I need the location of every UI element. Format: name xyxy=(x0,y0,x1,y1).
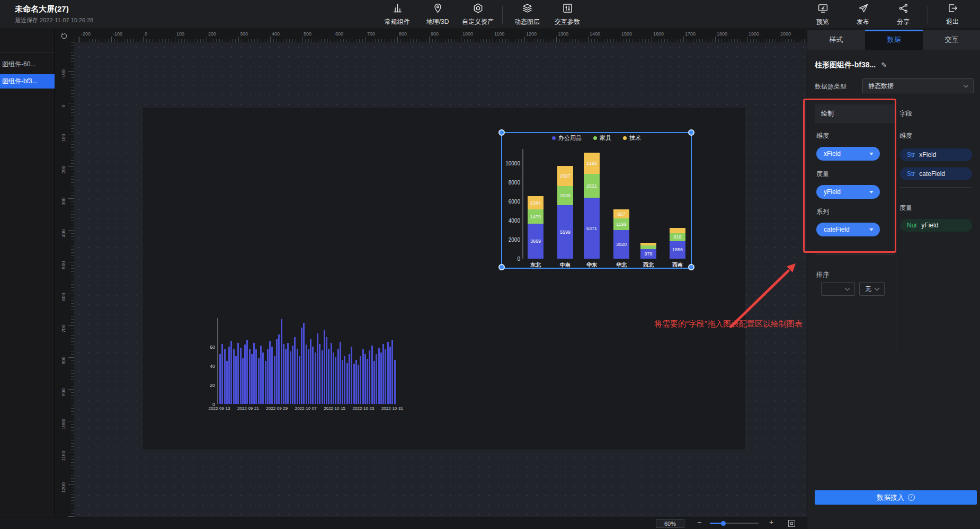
selection-handle[interactable] xyxy=(498,264,505,270)
ts-x-tick-label: 2022-09-13 xyxy=(203,406,235,411)
toolbar-item-自定义资产[interactable]: 自定义资产 xyxy=(458,0,498,29)
ts-bar xyxy=(271,347,273,404)
ts-bar xyxy=(290,351,291,404)
draw-row-label: 维度 xyxy=(816,131,829,140)
design-canvas[interactable]: 办公用品家具技术 0200040006000800010000366914791… xyxy=(74,42,807,517)
draw-pill-yField[interactable]: yField xyxy=(816,185,880,199)
vruler-label: 400 xyxy=(61,225,67,241)
ts-bar xyxy=(394,360,396,404)
bar-segment: 5599 xyxy=(557,205,573,259)
chevron-down-icon xyxy=(875,286,880,291)
draw-pill-cateField[interactable]: cateField xyxy=(816,223,880,236)
datasource-type-select[interactable]: 静态数据 xyxy=(862,78,974,93)
draw-section-header[interactable]: 绘制 xyxy=(815,104,895,122)
action-发布[interactable]: 发布 xyxy=(843,0,883,29)
hruler-label: 300 xyxy=(240,31,248,37)
ts-bar xyxy=(380,352,382,404)
toolbar-item-地理/3D[interactable]: 地理/3D xyxy=(417,0,458,29)
ruler-corner[interactable] xyxy=(55,30,74,42)
action-预览[interactable]: 预览 xyxy=(803,0,843,29)
toolbar-item-label: 预览 xyxy=(816,17,829,27)
field-name: yField xyxy=(921,222,938,229)
bar-segment: 978 xyxy=(640,249,656,259)
selection-handle[interactable] xyxy=(688,264,694,270)
toolbar-item-动态图层[interactable]: 动态图层 xyxy=(507,0,547,29)
chevron-down-icon xyxy=(869,191,874,193)
tab-数据[interactable]: 数据 xyxy=(865,30,923,50)
action-退出[interactable]: 退出 xyxy=(932,0,973,29)
vruler-label: 200 xyxy=(61,162,67,178)
zoom-out-button[interactable]: − xyxy=(697,518,701,526)
selection-handle[interactable] xyxy=(688,129,694,136)
vruler-label: 800 xyxy=(61,352,67,368)
bar-segment: 1856 xyxy=(670,241,685,259)
field-pill-cateField[interactable]: StrcateField xyxy=(900,167,972,180)
zoom-level-select[interactable]: 60% xyxy=(656,519,684,528)
bar-segment: 927 xyxy=(613,209,629,218)
ts-bar xyxy=(237,343,239,404)
ts-bar xyxy=(355,360,357,404)
bar-segment: 1479 xyxy=(528,209,544,224)
layer-item[interactable]: 图组件-bf3... xyxy=(0,74,55,89)
toolbar-item-交互参数[interactable]: 交互参数 xyxy=(547,0,587,29)
chevron-down-icon xyxy=(869,153,874,155)
share-icon xyxy=(898,3,909,16)
tab-交互[interactable]: 交互 xyxy=(923,30,980,50)
selection-handle[interactable] xyxy=(498,129,505,136)
history-clock-icon: ‹ xyxy=(908,494,915,501)
ts-y-axis-line xyxy=(217,318,218,404)
bar-segment: 2087 xyxy=(557,166,573,186)
ts-bar xyxy=(301,328,302,404)
field-pill-yField[interactable]: NuryField xyxy=(900,219,972,232)
hruler-label: 900 xyxy=(431,31,439,37)
x-category-label: 西南 xyxy=(666,261,689,269)
hruler-label: 1500 xyxy=(621,31,632,37)
layer-panel: 图组件-60...图组件-bf3... xyxy=(0,30,55,517)
field-pill-xField[interactable]: StrxField xyxy=(900,148,972,161)
tab-样式[interactable]: 样式 xyxy=(807,30,865,50)
ts-bar xyxy=(337,349,339,404)
hruler-label: 400 xyxy=(272,31,280,37)
chart-bar-icon xyxy=(392,3,403,16)
hruler-label: 700 xyxy=(367,31,375,37)
action-分享[interactable]: 分享 xyxy=(883,0,923,29)
component-name: 柱形图组件-bf38...✎ xyxy=(815,60,887,70)
draw-row-label: 系列 xyxy=(816,207,829,216)
draw-divider xyxy=(815,254,895,255)
settings-panel: 样式数据交互 柱形图组件-bf38...✎ 数据源类型 静态数据 绘制 维度xF… xyxy=(807,30,980,529)
bar-segment: 6371 xyxy=(584,198,600,259)
ts-bar xyxy=(267,349,269,404)
fit-screen-icon[interactable] xyxy=(788,520,795,527)
last-saved-text: 最近保存 2022-11-07 15:26:28 xyxy=(15,16,93,24)
draw-pill-xField[interactable]: xField xyxy=(816,147,880,161)
ts-bar xyxy=(240,348,242,404)
reset-rulers-icon[interactable] xyxy=(60,32,68,40)
toolbar-item-常规组件[interactable]: 常规组件 xyxy=(377,0,417,29)
timeseries-bar-chart[interactable]: 02040602022-09-132022-09-212022-09-29202… xyxy=(196,315,397,417)
ts-bar xyxy=(324,330,325,404)
data-access-button[interactable]: 数据接入 ‹ xyxy=(815,490,977,505)
hruler-label: 1400 xyxy=(590,31,600,37)
field-type: Nur xyxy=(907,222,917,229)
ts-x-tick-label: 2022-10-31 xyxy=(376,406,408,411)
y-tick-label: 2000 xyxy=(502,237,520,243)
layer-item[interactable]: 图组件-60... xyxy=(0,57,55,72)
selected-stacked-bar-chart[interactable]: 办公用品家具技术 0200040006000800010000366914791… xyxy=(501,132,692,269)
hruler-label: 200 xyxy=(208,31,216,37)
hruler-label: 1200 xyxy=(526,31,537,37)
ts-bar xyxy=(389,347,391,404)
top-header: 未命名大屏(27) 最近保存 2022-11-07 15:26:28 常规组件地… xyxy=(0,0,980,29)
datasource-type-label: 数据源类型 xyxy=(815,82,847,91)
ts-bar xyxy=(376,354,377,404)
ts-bar xyxy=(312,347,314,404)
sort-order-select[interactable]: 无 xyxy=(859,282,885,296)
ts-bar xyxy=(294,337,296,404)
sort-field-select[interactable] xyxy=(821,282,855,296)
ts-bar xyxy=(340,342,341,404)
rename-pencil-icon[interactable]: ✎ xyxy=(881,61,887,69)
zoom-in-button[interactable]: + xyxy=(769,518,773,526)
zoom-slider-thumb[interactable] xyxy=(721,521,726,526)
ts-bar xyxy=(219,354,221,404)
toolbar-item-label: 动态图层 xyxy=(514,17,540,27)
vruler-label: -100 xyxy=(61,66,67,82)
